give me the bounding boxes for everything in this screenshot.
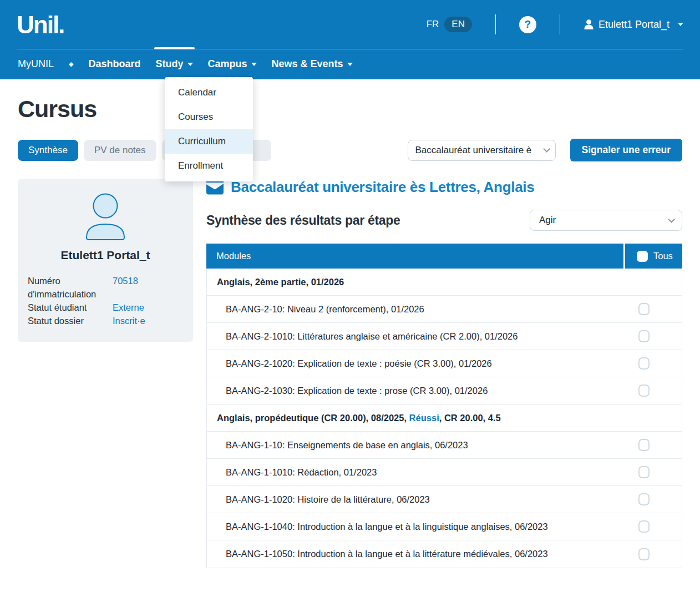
- module-row: BA-ANG-1-1010: Rédaction, 01/2023: [207, 459, 682, 486]
- program-title-text: Baccalauréat universitaire ès Lettres, A…: [231, 179, 534, 196]
- row-label: BA-ANG-1-10: Enseignements de base en an…: [207, 440, 638, 451]
- avatar-icon: [82, 193, 129, 241]
- module-checkbox[interactable]: [638, 303, 650, 315]
- nav-item-news-events[interactable]: News & Events: [272, 49, 353, 79]
- nav-item-study-label: Study: [156, 58, 184, 70]
- field-label-statut-etudiant: Statut étudiant: [28, 301, 113, 314]
- help-icon[interactable]: ?: [519, 16, 536, 33]
- lang-en-button[interactable]: EN: [444, 17, 472, 32]
- action-select-value: Agir: [539, 215, 668, 226]
- student-name: Etulett1 Portal_t: [28, 249, 183, 262]
- page-content: Cursus Synthèse PV de notes De Baccalaur…: [0, 95, 700, 568]
- modules-column-header: Modules: [206, 244, 623, 269]
- menu-item-calendar[interactable]: Calendar: [165, 80, 253, 105]
- topbar-row: Unil. FR EN ? Etulett1 Portal_t: [0, 0, 700, 49]
- divider: [495, 14, 496, 34]
- group-header-row: Anglais, 2ème partie, 01/2026: [207, 269, 682, 296]
- program-select-value: Baccalauréat universitaire è: [415, 145, 543, 156]
- row-label: BA-ANG-2-1030: Explication de texte : pr…: [207, 386, 638, 396]
- module-checkbox[interactable]: [638, 466, 650, 478]
- row-label: BA-ANG-2-1010: Littératures anglaise et …: [207, 331, 638, 342]
- module-row: BA-ANG-1-1050: Introduction à la langue …: [207, 540, 682, 568]
- module-row: BA-ANG-2-10: Niveau 2 (renforcement), 01…: [207, 296, 682, 323]
- action-select[interactable]: Agir: [530, 210, 682, 231]
- controls-row: Synthèse PV de notes De Baccalauréat uni…: [18, 139, 682, 161]
- avatar: [28, 193, 183, 241]
- menu-item-courses[interactable]: Courses: [165, 105, 253, 129]
- module-checkbox[interactable]: [638, 548, 650, 560]
- select-all-cell: Tous: [623, 244, 682, 269]
- chevron-down-icon: [347, 63, 353, 66]
- study-dropdown-menu: Calendar Courses Curricullum Enrollment: [165, 77, 253, 181]
- section-title: Synthèse des résultats par étape: [206, 213, 400, 228]
- nav-item-study[interactable]: Study: [156, 49, 193, 79]
- group-header-row: Anglais, propédeutique (CR 20.00), 08/20…: [207, 404, 682, 432]
- page-title: Cursus: [18, 95, 682, 123]
- module-row: BA-ANG-2-1010: Littératures anglaise et …: [207, 323, 682, 350]
- tab-pv-de-notes[interactable]: PV de notes: [84, 140, 156, 161]
- graduation-cap-icon: [206, 180, 224, 195]
- nav-item-campus-label: Campus: [208, 58, 247, 70]
- nav-item-campus[interactable]: Campus: [208, 49, 257, 79]
- row-label: BA-ANG-1-1050: Introduction à la langue …: [207, 549, 638, 559]
- main-column: Baccalauréat universitaire ès Lettres, A…: [206, 179, 682, 568]
- topbar-right: FR EN ? Etulett1 Portal_t: [427, 14, 683, 34]
- field-label-immatriculation: Numéro d'immatriculation: [28, 274, 113, 301]
- tab-synthese[interactable]: Synthèse: [18, 140, 78, 161]
- menu-item-curricullum[interactable]: Curricullum: [165, 129, 253, 154]
- chevron-down-icon: [678, 23, 683, 26]
- row-label: BA-ANG-2-1020: Explication de texte : po…: [207, 358, 638, 369]
- select-all-checkbox[interactable]: [637, 251, 648, 262]
- modules-table: Modules Tous Anglais, 2ème partie, 01/20…: [206, 244, 682, 568]
- select-all-label: Tous: [653, 251, 673, 261]
- row-label: BA-ANG-1-1020: Histoire de la littératur…: [207, 494, 638, 505]
- section-head: Synthèse des résultats par étape Agir: [206, 210, 682, 231]
- lang-fr-button[interactable]: FR: [427, 19, 439, 30]
- module-checkbox[interactable]: [638, 384, 650, 397]
- module-checkbox[interactable]: [638, 330, 650, 342]
- chevron-down-icon: [251, 63, 257, 66]
- chevron-down-icon: [187, 63, 193, 66]
- program-select[interactable]: Baccalauréat universitaire è: [408, 140, 556, 161]
- profile-fields: Numéro d'immatriculation 70518 Statut ét…: [28, 274, 183, 327]
- report-error-button[interactable]: Signaler une erreur: [570, 139, 682, 161]
- row-label: Anglais, 2ème partie, 01/2026: [207, 277, 682, 287]
- module-checkbox[interactable]: [638, 439, 650, 451]
- field-value-immatriculation: 70518: [113, 274, 183, 301]
- user-menu[interactable]: Etulett1 Portal_t: [584, 19, 683, 31]
- row-label: BA-ANG-1-1010: Rédaction, 01/2023: [207, 467, 638, 478]
- student-profile-card: Etulett1 Portal_t Numéro d'immatriculati…: [18, 179, 193, 342]
- main-nav: MyUNIL ◆ Dashboard Study Campus News & E…: [0, 49, 700, 79]
- modules-table-body: Anglais, 2ème partie, 01/2026BA-ANG-2-10…: [206, 269, 682, 568]
- unil-logo[interactable]: Unil.: [17, 12, 64, 37]
- top-header: Unil. FR EN ? Etulett1 Portal_t MyUN: [0, 0, 700, 79]
- field-label-statut-dossier: Statut dossier: [28, 314, 113, 327]
- module-checkbox[interactable]: [638, 520, 650, 533]
- module-checkbox[interactable]: [638, 493, 650, 505]
- row-label: BA-ANG-1-1040: Introduction à la langue …: [207, 522, 638, 532]
- module-row: BA-ANG-1-10: Enseignements de base en an…: [207, 432, 682, 459]
- nav-item-myunil[interactable]: MyUNIL: [18, 49, 54, 79]
- page-wrap: Unil. FR EN ? Etulett1 Portal_t MyUN: [0, 0, 700, 597]
- module-checkbox[interactable]: [638, 357, 650, 370]
- status-reussi-link[interactable]: Réussi: [409, 413, 439, 423]
- module-row: BA-ANG-1-1020: Histoire de la littératur…: [207, 486, 682, 513]
- user-icon: [584, 19, 594, 30]
- chevron-down-icon: [668, 216, 675, 223]
- row-label: BA-ANG-2-10: Niveau 2 (renforcement), 01…: [207, 304, 638, 315]
- divider: [560, 14, 560, 34]
- chevron-down-icon: [543, 145, 550, 153]
- module-row: BA-ANG-2-1030: Explication de texte : pr…: [207, 377, 682, 404]
- user-name: Etulett1 Portal_t: [598, 19, 669, 31]
- content-row: Etulett1 Portal_t Numéro d'immatriculati…: [18, 179, 682, 568]
- field-value-statut-dossier: Inscrit·e: [113, 314, 183, 327]
- diamond-icon: ◆: [69, 60, 73, 68]
- row-label: Anglais, propédeutique (CR 20.00), 08/20…: [207, 413, 682, 423]
- menu-item-enrollment[interactable]: Enrollment: [165, 154, 253, 178]
- nav-item-dashboard[interactable]: Dashboard: [88, 49, 140, 79]
- nav-item-news-label: News & Events: [272, 58, 343, 70]
- module-row: BA-ANG-2-1020: Explication de texte : po…: [207, 350, 682, 377]
- field-value-statut-etudiant: Externe: [113, 301, 183, 314]
- program-title: Baccalauréat universitaire ès Lettres, A…: [206, 179, 682, 196]
- modules-table-header: Modules Tous: [206, 244, 682, 269]
